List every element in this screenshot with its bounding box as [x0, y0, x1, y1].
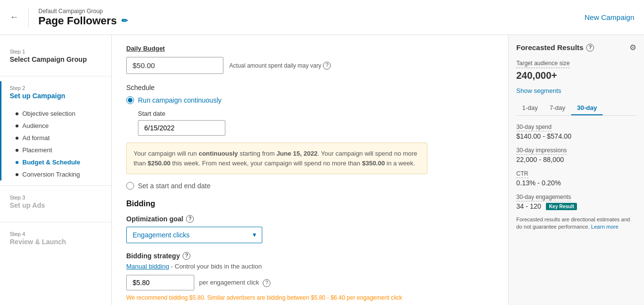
- metric-30day-impressions: 30-day impressions 22,000 - 88,000: [516, 146, 636, 163]
- metric-label-spend: 30-day spend: [516, 124, 552, 131]
- step3-title: Set up Ads: [10, 201, 102, 209]
- info-icon: ?: [323, 62, 331, 70]
- bid-strategy-text: Manual bidding - Control your bids in th…: [126, 263, 493, 270]
- schedule-info-box: Your campaign will run continuously star…: [126, 143, 427, 174]
- bid-unit-label: per engagement click ?: [199, 279, 271, 287]
- bid-strategy-label: Bidding strategy ?: [126, 252, 493, 260]
- metric-label-impressions: 30-day impressions: [516, 147, 567, 155]
- daily-budget-label: Daily Budget: [126, 45, 493, 52]
- dot-icon: [16, 112, 18, 115]
- dot-icon: [16, 149, 18, 152]
- opt-goal-select-wrapper: Engagement clicks ▼: [126, 227, 262, 243]
- key-result-badge: Key Result: [546, 203, 577, 210]
- sidebar-step-4: Step 4 Review & Launch: [0, 227, 111, 253]
- target-audience-value: 240,000+: [516, 70, 636, 81]
- run-continuously-row: Run campaign continuously: [126, 96, 493, 104]
- bid-strategy-info-icon: ?: [183, 252, 190, 260]
- run-continuously-radio[interactable]: [126, 96, 134, 104]
- metric-30day-spend: 30-day spend $140.00 - $574.00: [516, 123, 636, 140]
- breadcrumb: Default Campaign Group: [38, 8, 128, 15]
- page-title: Page Followers ✏: [38, 15, 128, 27]
- metric-value-engagements: 34 - 120: [516, 202, 541, 210]
- run-continuously-label: Run campaign continuously: [138, 96, 221, 104]
- step4-label: Step 4: [10, 231, 102, 237]
- step3-label: Step 3: [10, 195, 102, 200]
- budget-input-row: Actual amount spent daily may vary ?: [126, 57, 493, 74]
- dot-icon: [16, 173, 18, 176]
- back-button[interactable]: ←: [10, 12, 18, 22]
- header-title-group: Default Campaign Group Page Followers ✏: [38, 8, 128, 27]
- sidebar-item-audience[interactable]: Audience: [0, 120, 111, 132]
- start-date-input[interactable]: [138, 120, 225, 136]
- top-header: ← Default Campaign Group Page Followers …: [0, 0, 644, 35]
- header-left: ← Default Campaign Group Page Followers …: [10, 8, 128, 27]
- metric-label-ctr: CTR: [516, 170, 528, 178]
- content-area: Daily Budget Actual amount spent daily m…: [112, 35, 508, 305]
- opt-goal-label: Optimization goal ?: [126, 215, 493, 223]
- step4-title: Review & Launch: [10, 238, 102, 246]
- dot-icon: [16, 161, 18, 164]
- step2-title: Set up Campaign: [10, 92, 102, 100]
- tab-30-day[interactable]: 30-day: [571, 101, 603, 115]
- budget-note: Actual amount spent daily may vary ?: [229, 62, 331, 70]
- schedule-label: Schedule: [126, 84, 493, 91]
- forecast-header: Forecasted Results ? ⚙: [516, 43, 636, 52]
- metric-value-ctr: 0.13% - 0.20%: [516, 179, 636, 187]
- opt-goal-select[interactable]: Engagement clicks: [126, 227, 262, 243]
- sidebar-step-3: Step 3 Set up Ads: [0, 191, 111, 217]
- sidebar-item-ad-format[interactable]: Ad format: [0, 132, 111, 144]
- sidebar: Step 1 Select Campaign Group Step 2 Set …: [0, 35, 112, 305]
- daily-budget-input[interactable]: [126, 57, 223, 74]
- start-date-label: Start date: [126, 110, 493, 117]
- metric-value-spend: $140.00 - $574.00: [516, 132, 636, 140]
- set-end-date-row: Set a start and end date: [126, 182, 493, 190]
- new-campaign-button[interactable]: New Campaign: [584, 13, 634, 21]
- sidebar-step-2: Step 2 Set up Campaign: [0, 81, 111, 108]
- forecast-note: Forecasted results are directional estim…: [516, 216, 636, 231]
- bid-input-row: per engagement click ?: [126, 275, 493, 290]
- bid-amount-input[interactable]: [126, 275, 194, 290]
- forecast-info-icon: ?: [586, 44, 594, 52]
- forecast-title: Forecasted Results ?: [516, 43, 594, 52]
- tab-1-day[interactable]: 1-day: [516, 101, 544, 115]
- set-end-date-radio[interactable]: [126, 182, 134, 190]
- step1-label: Step 1: [10, 49, 102, 54]
- bidding-section: Bidding Optimization goal ? Engagement c…: [126, 199, 493, 301]
- sidebar-item-placement[interactable]: Placement: [0, 144, 111, 156]
- metric-ctr: CTR 0.13% - 0.20%: [516, 169, 636, 187]
- bid-unit-info-icon: ?: [263, 279, 271, 287]
- gear-icon[interactable]: ⚙: [629, 43, 636, 52]
- sidebar-step-2-container: Step 2 Set up Campaign Objective selecti…: [0, 81, 111, 180]
- metric-label-engagements: 30-day engagements: [516, 194, 571, 201]
- target-audience-row: Target audience size 240,000+: [516, 59, 636, 81]
- step2-label: Step 2: [10, 85, 102, 91]
- set-end-date-label: Set a start and end date: [138, 182, 210, 190]
- engagements-value-row: 34 - 120 Key Result: [516, 202, 636, 210]
- dot-icon: [16, 137, 18, 140]
- metric-value-impressions: 22,000 - 88,000: [516, 156, 636, 163]
- bidding-title: Bidding: [126, 199, 493, 208]
- show-segments-link[interactable]: Show segments: [516, 87, 636, 94]
- target-audience-label: Target audience size: [516, 60, 570, 68]
- edit-icon[interactable]: ✏: [121, 16, 128, 25]
- sidebar-item-budget-schedule[interactable]: Budget & Schedule: [0, 156, 111, 168]
- dot-icon: [16, 125, 18, 127]
- right-panel: Forecasted Results ? ⚙ Target audience s…: [508, 35, 644, 305]
- tabs-row: 1-day 7-day 30-day: [516, 101, 636, 116]
- bid-recommend-text: We recommend bidding $5.80. Similar adve…: [126, 294, 493, 301]
- metric-30day-engagements: 30-day engagements 34 - 120 Key Result: [516, 193, 636, 210]
- tab-7-day[interactable]: 7-day: [544, 101, 572, 115]
- sidebar-item-objective[interactable]: Objective selection: [0, 108, 111, 120]
- sidebar-step-1: Step 1 Select Campaign Group: [0, 45, 111, 71]
- manual-bidding-link[interactable]: Manual bidding: [126, 263, 169, 270]
- step1-title: Select Campaign Group: [10, 55, 102, 63]
- opt-goal-info-icon: ?: [186, 215, 194, 223]
- main-layout: Step 1 Select Campaign Group Step 2 Set …: [0, 35, 644, 305]
- sidebar-item-conversion[interactable]: Conversion Tracking: [0, 168, 111, 180]
- learn-more-link[interactable]: Learn more: [591, 224, 618, 230]
